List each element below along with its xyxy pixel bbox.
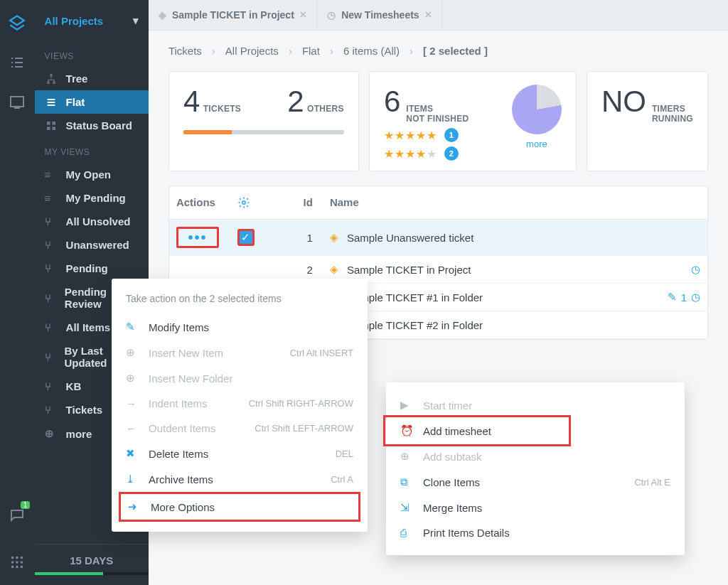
breadcrumb-selected: [ 2 selected ] bbox=[423, 45, 488, 57]
progress-bar bbox=[183, 130, 344, 134]
tree-icon: ⑂ bbox=[45, 380, 58, 392]
svg-point-1 bbox=[11, 557, 14, 559]
menu-insert-folder[interactable]: ⊕Insert New Folder bbox=[112, 365, 368, 391]
list-icon: ≡ bbox=[45, 168, 58, 181]
left-rail: 1 bbox=[0, 0, 35, 585]
table-row[interactable]: ••• ✓ 1 ◈Sample Unanswered ticket bbox=[169, 220, 707, 256]
tree-icon: ⑂ bbox=[45, 292, 56, 304]
card-items: 6 ITEMSNOT FINISHED ★★★★★1 ★★★★★2 more bbox=[369, 71, 577, 171]
breadcrumb-view[interactable]: Flat bbox=[302, 45, 320, 57]
svg-point-2 bbox=[16, 557, 18, 559]
svg-point-10 bbox=[50, 74, 52, 76]
sidebar-item-myopen[interactable]: ≡My Open bbox=[35, 163, 149, 186]
svg-point-5 bbox=[16, 561, 18, 564]
close-icon[interactable]: × bbox=[300, 9, 306, 21]
svg-rect-13 bbox=[47, 122, 50, 125]
th-id[interactable]: Id bbox=[273, 196, 330, 209]
more-link[interactable]: more bbox=[512, 139, 562, 149]
board-icon[interactable] bbox=[7, 92, 27, 112]
edit-icon[interactable]: ✎ bbox=[668, 291, 677, 304]
breadcrumb-tickets[interactable]: Tickets bbox=[168, 45, 202, 57]
menu-clone[interactable]: ⧉Clone ItemsCtrl Alt E bbox=[386, 469, 685, 495]
apps-icon[interactable] bbox=[7, 552, 27, 572]
svg-point-3 bbox=[21, 557, 23, 559]
tab-new-timesheets[interactable]: ◷ New Timesheets × bbox=[317, 0, 442, 30]
sidebar-item-allunsolved[interactable]: ⑂All Unsolved bbox=[35, 210, 149, 233]
clock-icon: ⏰ bbox=[400, 424, 414, 437]
svg-point-12 bbox=[53, 82, 55, 84]
menu-delete[interactable]: ✖Delete ItemsDEL bbox=[112, 441, 368, 466]
sidebar-title: All Projects bbox=[45, 15, 104, 27]
ticket-icon: ◈ bbox=[330, 231, 338, 244]
menu-start-timer[interactable]: ▶Start timer bbox=[386, 392, 685, 418]
menu-merge[interactable]: ⇲Merge Items bbox=[386, 495, 685, 520]
tab-sample-ticket[interactable]: ◈ Sample TICKET in Project × bbox=[149, 0, 317, 30]
list-icon bbox=[45, 97, 58, 108]
tree-icon: ⑂ bbox=[45, 351, 56, 363]
clock-icon[interactable]: ◷ bbox=[691, 263, 700, 276]
svg-point-9 bbox=[21, 566, 23, 569]
row-checkbox[interactable]: ✓ bbox=[237, 229, 255, 246]
breadcrumb-projects[interactable]: All Projects bbox=[225, 45, 279, 57]
timer-icon: ◷ bbox=[327, 9, 336, 21]
menu-outdent[interactable]: ←Outdent ItemsCtrl Shift LEFT-ARROW bbox=[112, 416, 368, 441]
menu-more-options[interactable]: ➜More Options bbox=[119, 492, 360, 522]
more-icon: ⊕ bbox=[45, 427, 58, 440]
th-actions[interactable]: Actions bbox=[176, 196, 237, 209]
print-icon: ⎙ bbox=[400, 527, 414, 539]
menu-add-subtask[interactable]: ⊕Add subtask bbox=[386, 444, 685, 469]
sidebar-item-flat[interactable]: Flat bbox=[35, 90, 149, 114]
plus-icon: ⊕ bbox=[400, 450, 414, 463]
clock-icon[interactable]: ◷ bbox=[691, 291, 700, 304]
folder-plus-icon: ⊕ bbox=[126, 372, 140, 385]
tree-icon: ⑂ bbox=[45, 239, 58, 251]
star-rating: ★★★★★ bbox=[384, 147, 437, 161]
actions-popover: Take action on the 2 selected items ✎Mod… bbox=[112, 279, 368, 532]
sidebar-item-status-board[interactable]: Status Board bbox=[35, 114, 149, 137]
svg-point-17 bbox=[242, 201, 246, 205]
sidebar-item-tree[interactable]: Tree bbox=[35, 67, 149, 90]
tree-icon: ⑂ bbox=[45, 215, 58, 227]
ticket-icon[interactable] bbox=[7, 13, 27, 33]
menu-modify-items[interactable]: ✎Modify Items bbox=[112, 314, 368, 340]
breadcrumb-count[interactable]: 6 items (All) bbox=[343, 45, 400, 57]
archive-icon: ⤓ bbox=[126, 473, 140, 485]
menu-archive[interactable]: ⤓Archive ItemsCtrl A bbox=[112, 466, 368, 492]
close-icon[interactable]: × bbox=[425, 9, 432, 21]
grid-icon bbox=[45, 120, 58, 132]
chevron-down-icon: ▾ bbox=[133, 14, 139, 27]
delete-icon: ✖ bbox=[126, 447, 140, 460]
svg-point-7 bbox=[11, 566, 14, 569]
indent-icon: → bbox=[126, 397, 140, 409]
card-tickets: 4 TICKETS 2 OTHERS bbox=[168, 71, 359, 171]
outdent-icon: ← bbox=[126, 422, 140, 434]
th-gear[interactable] bbox=[237, 196, 273, 209]
menu-add-timesheet[interactable]: ⏰Add timesheet bbox=[386, 418, 685, 444]
svg-point-6 bbox=[21, 561, 23, 564]
sidebar-project-selector[interactable]: All Projects ▾ bbox=[35, 0, 149, 41]
svg-point-4 bbox=[11, 561, 14, 564]
play-icon: ▶ bbox=[400, 399, 414, 412]
tab-bar: ◈ Sample TICKET in Project × ◷ New Times… bbox=[149, 0, 728, 31]
menu-indent[interactable]: →Indent ItemsCtrl Shift RIGHT-ARROW bbox=[112, 391, 368, 416]
menu-print[interactable]: ⎙Print Items Details bbox=[386, 520, 685, 545]
tree-icon bbox=[45, 73, 58, 85]
svg-rect-14 bbox=[52, 122, 55, 125]
sidebar-item-pending[interactable]: ⑂Pending bbox=[35, 257, 149, 280]
popover-hint: Take action on the 2 selected items bbox=[112, 289, 368, 314]
card-timers: NO TIMERSRUNNING bbox=[587, 71, 708, 171]
menu-insert-item[interactable]: ⊕Insert New ItemCtrl Alt INSERT bbox=[112, 340, 368, 365]
svg-point-11 bbox=[47, 82, 49, 84]
trial-footer: 15 DAYS bbox=[35, 544, 149, 585]
row-actions-button[interactable]: ••• bbox=[176, 227, 219, 248]
tasks-icon[interactable] bbox=[7, 53, 27, 73]
sidebar-item-unanswered[interactable]: ⑂Unanswered bbox=[35, 233, 149, 257]
summary-cards: 4 TICKETS 2 OTHERS 6 ITEMSNOT FINISHED ★… bbox=[149, 71, 728, 186]
tree-icon: ⑂ bbox=[45, 404, 58, 416]
sidebar-item-mypending[interactable]: ≡My Pending bbox=[35, 186, 149, 210]
breadcrumb: Tickets› All Projects› Flat› 6 items (Al… bbox=[149, 31, 728, 71]
th-name[interactable]: Name bbox=[330, 196, 700, 209]
tree-icon: ⑂ bbox=[45, 262, 58, 274]
ticket-icon: ◈ bbox=[159, 9, 166, 21]
star-rating: ★★★★★ bbox=[384, 129, 437, 142]
